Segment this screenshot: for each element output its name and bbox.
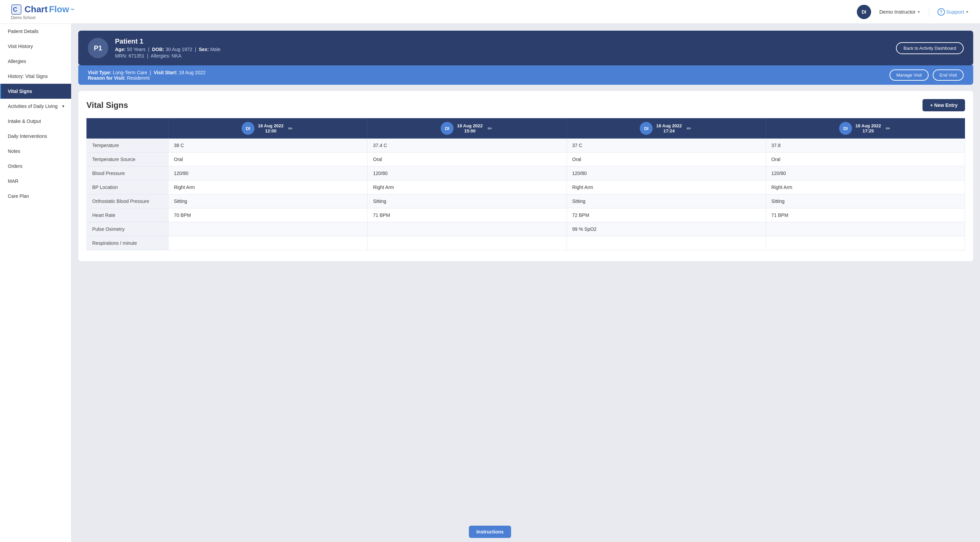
header-divider: [929, 7, 929, 17]
sidebar-item-allergies[interactable]: Allergies: [0, 54, 71, 69]
sidebar-item-label: Allergies: [8, 59, 26, 64]
sidebar-item-label: Daily Interventions: [8, 134, 47, 139]
sidebar-item-label: History: Vital Signs: [8, 73, 48, 79]
visit-bar: Visit Type: Long-Term Care | Visit Start…: [78, 65, 973, 85]
main-content: P1 Patient 1 Age: 50 Years | DOB: 30 Aug…: [72, 24, 980, 542]
sidebar-item-label: Patient Details: [8, 29, 38, 34]
row-value-cell: [169, 236, 368, 250]
row-label-cell: Heart Rate: [87, 208, 169, 222]
row-value-cell: [765, 222, 965, 236]
row-value-cell: Oral: [765, 153, 965, 166]
back-to-dashboard-button[interactable]: Back to Activity Dashboard: [896, 42, 964, 54]
patient-mrn: 671351: [129, 53, 145, 59]
sidebar-item-vital-signs[interactable]: Vital Signs: [0, 84, 71, 99]
patient-sex: Male: [210, 47, 221, 52]
vitals-header: Vital Signs + New Entry: [86, 99, 965, 111]
row-value-cell: 71 BPM: [368, 208, 566, 222]
support-link[interactable]: ? Support ▼: [937, 8, 969, 16]
patient-name: Patient 1: [115, 37, 221, 45]
user-name-label: Demo Instructor: [879, 9, 916, 14]
sidebar-item-care-plan[interactable]: Care Plan: [0, 189, 71, 204]
edit-col-3-button[interactable]: ✏: [685, 124, 692, 133]
user-name-dropdown[interactable]: Demo Instructor ▼: [879, 9, 921, 14]
logo-wave: ~: [70, 5, 75, 13]
sidebar-item-activities-daily-living[interactable]: Activities of Daily Living ▾: [0, 99, 71, 114]
visit-start-value: 18 Aug 2022: [179, 70, 205, 75]
sidebar-item-label: MAR: [8, 179, 18, 184]
sidebar-item-label: Care Plan: [8, 193, 29, 199]
col-date-1: 18 Aug 202212:00: [258, 123, 283, 134]
row-label-cell: Temperature Source: [87, 153, 169, 166]
sidebar-item-label: Vital Signs: [8, 89, 32, 94]
di-badge-4: DI: [839, 122, 852, 135]
row-value-cell: Sitting: [368, 194, 566, 208]
row-value-cell: Sitting: [765, 194, 965, 208]
di-badge-3: DI: [640, 122, 653, 135]
sidebar-item-history-vital-signs[interactable]: History: Vital Signs: [0, 69, 71, 84]
user-avatar: DI: [857, 5, 871, 19]
row-value-cell: 71 BPM: [765, 208, 965, 222]
vitals-title: Vital Signs: [86, 100, 128, 110]
instructions-button[interactable]: Instructions: [469, 526, 511, 538]
patient-banner: P1 Patient 1 Age: 50 Years | DOB: 30 Aug…: [78, 31, 973, 65]
school-label: Demo School: [11, 15, 75, 20]
visit-info: Visit Type: Long-Term Care | Visit Start…: [88, 70, 205, 81]
visit-start-label: Visit Start:: [154, 70, 178, 75]
sex-label: Sex:: [199, 47, 209, 52]
app-header: C ChartFlow~ Demo School DI Demo Instruc…: [0, 0, 980, 24]
main-layout: Patient Details Visit History Allergies …: [0, 24, 980, 542]
row-value-cell: Oral: [566, 153, 765, 166]
row-value-cell: 120/80: [368, 166, 566, 180]
edit-col-4-button[interactable]: ✏: [885, 124, 891, 133]
row-value-cell: [169, 222, 368, 236]
table-row: Orthostatic Blood PressureSittingSitting…: [87, 194, 965, 208]
sidebar-item-orders[interactable]: Orders: [0, 159, 71, 174]
patient-avatar: P1: [88, 38, 108, 58]
col-date-4: 18 Aug 202217:25: [856, 123, 881, 134]
sidebar-item-visit-history[interactable]: Visit History: [0, 39, 71, 54]
edit-col-1-button[interactable]: ✏: [287, 124, 294, 133]
col-header-4: DI 18 Aug 202217:25 ✏: [765, 118, 965, 139]
table-row: Temperature SourceOralOralOralOral: [87, 153, 965, 166]
manage-visit-button[interactable]: Manage Visit: [889, 69, 929, 81]
new-entry-button[interactable]: + New Entry: [923, 99, 965, 111]
sidebar-item-daily-interventions[interactable]: Daily Interventions: [0, 129, 71, 143]
app-logo: C ChartFlow~: [11, 3, 75, 14]
row-value-cell: Oral: [169, 153, 368, 166]
patient-details-line1: Age: 50 Years | DOB: 30 Aug 1972 | Sex: …: [115, 47, 221, 52]
table-row: Pulse Oximetry99 % SpO2: [87, 222, 965, 236]
row-value-cell: 70 BPM: [169, 208, 368, 222]
row-label-cell: Respirations / minute: [87, 236, 169, 250]
svg-text:C: C: [13, 6, 18, 13]
content-card: Vital Signs + New Entry DI 18 Aug 202212…: [78, 91, 973, 261]
row-label-cell: Temperature: [87, 139, 169, 153]
row-label-cell: Pulse Oximetry: [87, 222, 169, 236]
table-row: Respirations / minute: [87, 236, 965, 250]
patient-info: Patient 1 Age: 50 Years | DOB: 30 Aug 19…: [115, 37, 221, 59]
edit-col-2-button[interactable]: ✏: [486, 124, 493, 133]
sidebar-item-intake-output[interactable]: Intake & Output: [0, 114, 71, 129]
sidebar-item-notes[interactable]: Notes: [0, 143, 71, 159]
sidebar-item-mar[interactable]: MAR: [0, 174, 71, 189]
table-row: Blood Pressure120/80120/80120/80120/80: [87, 166, 965, 180]
support-icon: ?: [937, 8, 945, 16]
empty-header-cell: [87, 118, 169, 139]
visit-type-value: Long-Term Care: [113, 70, 147, 75]
dob-label: DOB:: [152, 47, 164, 52]
col-header-2: DI 18 Aug 202215:00 ✏: [368, 118, 566, 139]
visit-type-label: Visit Type:: [88, 70, 111, 75]
end-visit-button[interactable]: End Visit: [933, 69, 964, 81]
sidebar-item-label: Notes: [8, 148, 21, 154]
row-value-cell: Right Arm: [566, 180, 765, 194]
row-value-cell: [765, 236, 965, 250]
sidebar-item-patient-details[interactable]: Patient Details: [0, 24, 71, 39]
row-label-cell: Orthostatic Blood Pressure: [87, 194, 169, 208]
sidebar-item-label: Activities of Daily Living: [8, 104, 57, 109]
row-value-cell: [566, 236, 765, 250]
di-badge-2: DI: [441, 122, 453, 135]
row-label-cell: BP Location: [87, 180, 169, 194]
expand-icon: ▾: [62, 104, 64, 108]
patient-age: 50 Years: [127, 47, 146, 52]
row-value-cell: 38 C: [169, 139, 368, 153]
logo-flow: Flow: [49, 4, 69, 14]
